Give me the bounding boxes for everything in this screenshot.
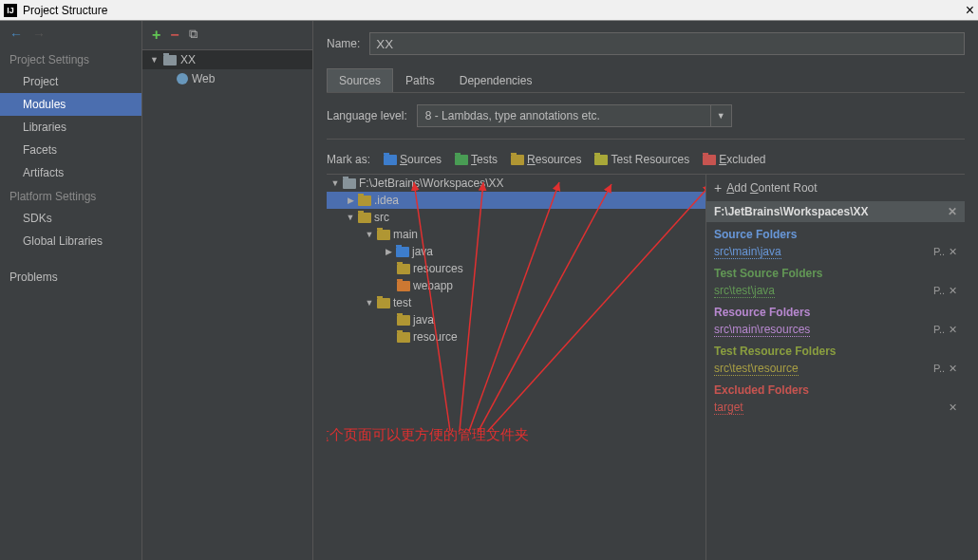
tree-test-java[interactable]: java <box>327 311 705 328</box>
nav-global-libraries[interactable]: Global Libraries <box>0 230 141 252</box>
copy-module-icon[interactable]: ⧉ <box>189 27 197 44</box>
source-folders-header: Source Folders <box>706 222 965 243</box>
resources-folder-icon <box>511 155 524 165</box>
tests-folder-icon <box>455 155 468 165</box>
remove-icon[interactable]: ✕ <box>949 324 957 336</box>
test-resources-folder-icon <box>594 155 608 165</box>
tab-dependencies[interactable]: Dependencies <box>447 68 545 92</box>
folder-icon <box>397 264 410 274</box>
add-module-icon[interactable]: + <box>152 27 160 44</box>
excluded-folders-header: Excluded Folders <box>706 378 965 399</box>
remove-root-icon[interactable]: ✕ <box>948 205 957 218</box>
nav-sdks[interactable]: SDKs <box>0 207 141 230</box>
folder-icon <box>377 298 390 308</box>
source-tree[interactable]: ▼F:\JetBrains\Workspaces\XX ▶.idea ▼src … <box>327 175 706 560</box>
sources-folder-icon <box>384 155 397 165</box>
tree-main[interactable]: ▼main <box>327 226 705 243</box>
edit-icon[interactable]: P.. <box>933 324 945 336</box>
test-resource-folder-item[interactable]: src\test\resourceP..✕ <box>706 360 965 378</box>
tab-sources[interactable]: Sources <box>327 68 393 92</box>
facet-label: Web <box>192 72 215 85</box>
expand-icon[interactable]: ▼ <box>150 55 160 65</box>
close-icon[interactable]: × <box>966 2 974 19</box>
nav-artifacts[interactable]: Artifacts <box>0 161 141 184</box>
excluded-folder-icon <box>703 155 716 165</box>
folder-icon <box>343 178 356 189</box>
tab-paths[interactable]: Paths <box>393 68 447 92</box>
mark-sources-button[interactable]: Sources <box>384 153 442 166</box>
content-panel: Name: Sources Paths Dependencies Languag… <box>313 21 978 560</box>
tree-test[interactable]: ▼test <box>327 294 705 311</box>
section-platform-settings: Platform Settings <box>0 184 141 207</box>
folder-icon <box>396 247 409 257</box>
folder-icon <box>397 332 410 343</box>
tree-java[interactable]: ▶java <box>327 243 705 260</box>
test-source-folders-header: Test Source Folders <box>706 261 965 282</box>
edit-icon[interactable]: P.. <box>933 246 945 258</box>
facet-web[interactable]: Web <box>142 69 312 88</box>
web-facet-icon <box>177 73 188 84</box>
tree-idea[interactable]: ▶.idea <box>327 192 705 209</box>
test-source-folder-item[interactable]: src\test\javaP..✕ <box>706 282 965 300</box>
remove-icon[interactable]: ✕ <box>949 246 957 258</box>
folder-icon <box>397 315 410 326</box>
remove-module-icon[interactable]: − <box>170 27 179 44</box>
excluded-folder-item[interactable]: target✕ <box>706 399 965 417</box>
module-tree-panel: + − ⧉ ▼ XX Web <box>142 21 313 560</box>
language-level-select[interactable]: 8 - Lambdas, type annotations etc. <box>417 104 711 127</box>
folder-icon <box>358 196 371 206</box>
edit-icon[interactable]: P.. <box>933 285 945 297</box>
folder-icon <box>397 281 410 291</box>
mark-tests-button[interactable]: Tests <box>455 153 498 166</box>
tree-webapp[interactable]: webapp <box>327 277 705 294</box>
mark-test-resources-button[interactable]: Test Resources <box>594 153 689 166</box>
module-folder-icon <box>163 55 177 65</box>
tree-src[interactable]: ▼src <box>327 209 705 226</box>
window-title: Project Structure <box>23 4 107 17</box>
settings-sidebar: ← → Project Settings Project Modules Lib… <box>0 21 142 560</box>
nav-problems[interactable]: Problems <box>0 266 141 289</box>
nav-libraries[interactable]: Libraries <box>0 116 141 139</box>
remove-icon[interactable]: ✕ <box>949 363 957 375</box>
module-name-input[interactable] <box>369 32 965 55</box>
tabs: Sources Paths Dependencies <box>327 68 965 93</box>
source-folder-item[interactable]: src\main\javaP..✕ <box>706 243 965 261</box>
tree-root[interactable]: ▼F:\JetBrains\Workspaces\XX <box>327 175 705 192</box>
mark-as-label: Mark as: <box>327 153 370 166</box>
plus-icon: + <box>714 180 722 196</box>
forward-icon[interactable]: → <box>32 27 46 42</box>
nav-modules[interactable]: Modules <box>0 93 141 116</box>
annotation-text: 这个页面可以更方便的管理文件夹 <box>327 426 529 444</box>
tree-test-resource[interactable]: resource <box>327 328 705 345</box>
name-label: Name: <box>327 37 360 50</box>
test-resource-folders-header: Test Resource Folders <box>706 339 965 360</box>
folder-icon <box>358 213 371 223</box>
module-name: XX <box>180 53 196 66</box>
add-content-root-button[interactable]: +Add Content Root <box>706 175 965 201</box>
folder-icon <box>377 230 390 240</box>
language-level-label: Language level: <box>327 109 407 122</box>
remove-icon[interactable]: ✕ <box>949 285 957 297</box>
module-root[interactable]: ▼ XX <box>142 50 312 69</box>
content-root-path: F:\JetBrains\Workspaces\XX✕ <box>706 201 965 222</box>
back-icon[interactable]: ← <box>9 27 23 42</box>
resource-folder-item[interactable]: src\main\resourcesP..✕ <box>706 321 965 339</box>
edit-icon[interactable]: P.. <box>933 363 945 375</box>
mark-excluded-button[interactable]: Excluded <box>703 153 765 166</box>
resource-folders-header: Resource Folders <box>706 300 965 321</box>
tree-resources[interactable]: resources <box>327 260 705 277</box>
app-icon: IJ <box>4 4 17 17</box>
nav-project[interactable]: Project <box>0 70 141 93</box>
remove-icon[interactable]: ✕ <box>949 401 957 414</box>
content-roots-panel: +Add Content Root F:\JetBrains\Workspace… <box>706 175 965 560</box>
nav-facets[interactable]: Facets <box>0 139 141 161</box>
section-project-settings: Project Settings <box>0 47 141 70</box>
chevron-down-icon[interactable]: ▼ <box>711 104 732 127</box>
title-bar: IJ Project Structure × <box>0 0 978 21</box>
mark-resources-button[interactable]: Resources <box>511 153 581 166</box>
